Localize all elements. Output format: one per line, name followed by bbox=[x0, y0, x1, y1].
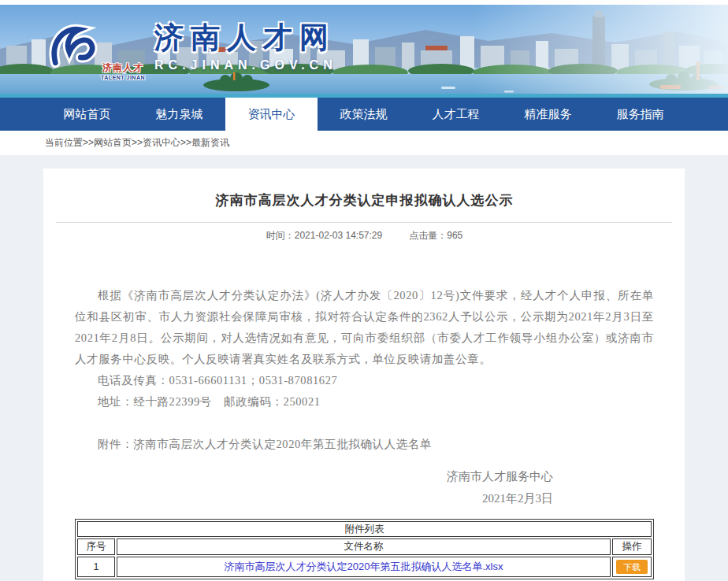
attachment-index: 1 bbox=[77, 557, 115, 577]
article-meta: 时间：2021-02-03 14:57:29点击量：965 bbox=[75, 229, 654, 242]
nav-item-home[interactable]: 网站首页 bbox=[41, 98, 133, 131]
publish-time: 2021-02-03 14:57:29 bbox=[295, 230, 382, 241]
article-phone-line: 电话及传真：0531-66601131；0531-87081627 bbox=[75, 370, 654, 391]
breadcrumb-bar: 当前位置>>网站首页>>资讯中心>>最新资讯 bbox=[0, 131, 728, 155]
site-logo[interactable]: 济南人才 TALENT JINAN 济南人才网 RC.JINAN.GOV.CN bbox=[44, 19, 337, 80]
main-nav: 网站首页 魅力泉城 资讯中心 政策法规 人才工程 精准服务 服务指南 bbox=[0, 98, 728, 131]
attachment-file-link[interactable]: 济南市高层次人才分类认定2020年第五批拟确认人选名单.xlsx bbox=[225, 561, 503, 572]
logo-text-block: 济南人才网 RC.JINAN.GOV.CN bbox=[154, 19, 337, 72]
column-header-index: 序号 bbox=[77, 538, 115, 555]
attachments-caption: 附件列表 bbox=[77, 521, 652, 537]
page-title: 济南市高层次人才分类认定申报拟确认人选公示 bbox=[75, 192, 654, 209]
nav-item-services[interactable]: 精准服务 bbox=[502, 98, 594, 131]
nav-item-charm[interactable]: 魅力泉城 bbox=[133, 98, 225, 131]
article-card: 济南市高层次人才分类认定申报拟确认人选公示 时间：2021-02-03 14:5… bbox=[43, 168, 685, 581]
site-url: RC.JINAN.GOV.CN bbox=[154, 58, 337, 72]
column-header-filename: 文件名称 bbox=[117, 538, 611, 555]
logo-caption-en: TALENT JINAN bbox=[101, 75, 145, 80]
publish-time-label: 时间： bbox=[266, 230, 295, 241]
article-attachment-note: 附件：济南市高层次人才分类认定2020年第五批拟确认人选名单 bbox=[75, 434, 654, 455]
logo-caption: 济南人才 TALENT JINAN bbox=[101, 61, 145, 80]
hits-count: 965 bbox=[447, 230, 462, 241]
article-address-line: 地址：经十路22399号 邮政编码：250021 bbox=[75, 391, 654, 413]
column-header-action: 操作 bbox=[612, 538, 652, 555]
signature-date: 2021年2月3日 bbox=[75, 487, 553, 509]
download-button[interactable]: 下载 bbox=[616, 560, 648, 574]
nav-item-news[interactable]: 资讯中心 bbox=[225, 98, 318, 131]
site-banner: 济南人才 TALENT JINAN 济南人才网 RC.JINAN.GOV.CN bbox=[0, 5, 728, 98]
nav-item-projects[interactable]: 人才工程 bbox=[410, 98, 502, 131]
breadcrumb: 当前位置>>网站首页>>资讯中心>>最新资讯 bbox=[45, 137, 229, 148]
content-area: 济南市高层次人才分类认定申报拟确认人选公示 时间：2021-02-03 14:5… bbox=[0, 155, 728, 581]
signature-org: 济南市人才服务中心 bbox=[75, 465, 553, 487]
title-divider bbox=[56, 222, 672, 223]
hits-label: 点击量： bbox=[409, 230, 447, 241]
logo-caption-cn: 济南人才 bbox=[101, 61, 145, 75]
article-body: 根据《济南市高层次人才分类认定办法》(济人才办发〔2020〕12号)文件要求，经… bbox=[75, 285, 654, 455]
nav-item-policy[interactable]: 政策法规 bbox=[318, 98, 410, 131]
nav-item-guide[interactable]: 服务指南 bbox=[594, 98, 686, 131]
article-paragraph: 根据《济南市高层次人才分类认定办法》(济人才办发〔2020〕12号)文件要求，经… bbox=[75, 285, 654, 370]
table-row: 1 济南市高层次人才分类认定2020年第五批拟确认人选名单.xlsx 下载 bbox=[77, 557, 652, 577]
page: 济南人才 TALENT JINAN 济南人才网 RC.JINAN.GOV.CN … bbox=[0, 5, 728, 581]
signature-block: 济南市人才服务中心 2021年2月3日 bbox=[75, 465, 654, 509]
site-name: 济南人才网 bbox=[154, 19, 337, 57]
attachments-table: 附件列表 序号 文件名称 操作 1 济南市高层次人才分类认定2020年第五批拟确… bbox=[75, 519, 654, 579]
